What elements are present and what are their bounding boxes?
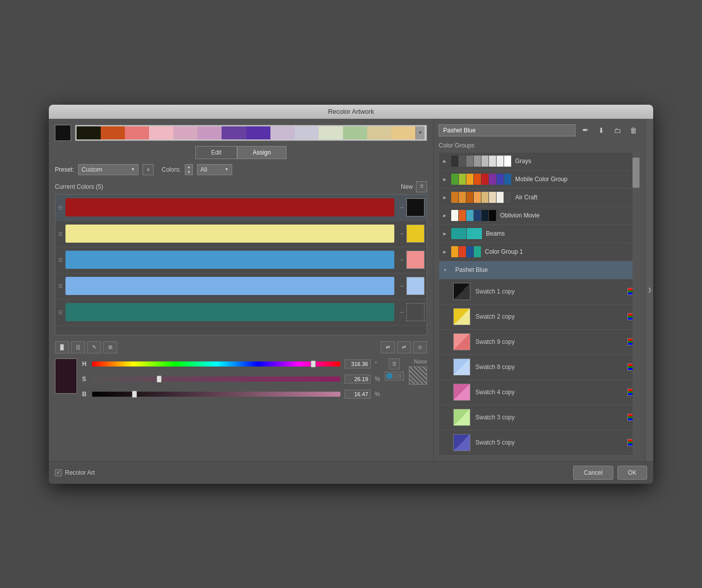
assign-tab[interactable]: Assign bbox=[237, 146, 287, 159]
group-name-aircraft: Air Craft bbox=[515, 194, 636, 201]
colors-dropdown[interactable]: All bbox=[197, 164, 232, 175]
group-item-pashetblue[interactable]: ▼ Pashet Blue bbox=[439, 261, 640, 279]
current-bar-2[interactable] bbox=[65, 225, 394, 243]
preset-dropdown[interactable]: Custom bbox=[78, 164, 138, 175]
ok-button[interactable]: OK bbox=[617, 466, 647, 480]
current-color-swatch[interactable] bbox=[55, 125, 71, 141]
drag-handle-3[interactable] bbox=[57, 258, 63, 262]
color-groups-label: Color Groups bbox=[439, 142, 640, 149]
color-row-5[interactable]: → bbox=[55, 300, 427, 326]
group-item-grays[interactable]: ▶ Grays bbox=[439, 153, 640, 171]
s-slider[interactable] bbox=[92, 377, 340, 382]
color-row-1[interactable]: → bbox=[55, 195, 427, 221]
current-bar-4[interactable] bbox=[65, 277, 394, 295]
new-swatch-4[interactable] bbox=[406, 277, 425, 295]
save-group-button[interactable]: ⬇ bbox=[595, 124, 608, 137]
drag-handle-1[interactable] bbox=[57, 206, 63, 209]
s-thumb[interactable] bbox=[157, 376, 162, 383]
new-swatch-5[interactable] bbox=[406, 303, 425, 321]
swatch-item-6[interactable]: Swatch 3 copy bbox=[439, 405, 640, 430]
table-options-icon[interactable]: ☰ bbox=[416, 181, 427, 192]
swatch-item-1[interactable]: Swatch 1 copy bbox=[439, 279, 640, 305]
group-arrow-colorgroup1: ▶ bbox=[443, 250, 449, 254]
swatch-item-7[interactable]: Swatch 5 copy bbox=[439, 430, 640, 456]
preset-label: Preset: bbox=[55, 166, 74, 173]
h-slider[interactable] bbox=[92, 361, 340, 366]
picker-swatch[interactable] bbox=[55, 358, 77, 394]
group-item-colorgroup1[interactable]: ▶ Color Group 1 bbox=[439, 243, 640, 261]
recolor-checkbox[interactable]: ✓ bbox=[55, 469, 62, 476]
view-bars-btn[interactable]: ▐▌ bbox=[55, 341, 69, 353]
groups-scrollbar[interactable] bbox=[633, 153, 640, 456]
color-row-4[interactable]: → bbox=[55, 273, 427, 300]
drag-handle-2[interactable] bbox=[57, 232, 63, 236]
edit-assign-tabs: Edit Assign bbox=[55, 146, 427, 159]
new-label: New bbox=[401, 183, 413, 190]
stepper-up[interactable]: ▲ bbox=[185, 165, 192, 170]
eyedropper-button[interactable]: ✒ bbox=[579, 124, 592, 137]
group-item-beams[interactable]: ▶ Beams bbox=[439, 225, 640, 243]
group-colors-mobile bbox=[451, 174, 511, 185]
b-slider[interactable] bbox=[92, 392, 340, 397]
b-thumb[interactable] bbox=[132, 391, 137, 398]
strip-color-13 bbox=[367, 126, 391, 139]
new-swatch-1[interactable] bbox=[406, 198, 425, 216]
b-value-input[interactable]: 16.47 bbox=[344, 390, 371, 399]
collapse-panel-button[interactable]: ❯ bbox=[645, 119, 653, 461]
link-btn[interactable]: ⇄ bbox=[381, 341, 395, 353]
view-stripes-btn[interactable]: ||| bbox=[71, 341, 85, 353]
h-thumb[interactable] bbox=[311, 360, 316, 368]
tool-group-right: ⇄ ⇌ ⊙ bbox=[381, 341, 427, 353]
group-item-aircraft[interactable]: ▶ Air Craft bbox=[439, 189, 640, 207]
colors-stepper-control[interactable]: ▲ ▼ bbox=[185, 164, 193, 175]
right-top-controls: Pashet Blue ✒ ⬇ 🗀 🗑 bbox=[439, 124, 640, 137]
swatch-item-2[interactable]: Swatch 2 copy bbox=[439, 305, 640, 330]
search-btn[interactable]: ⊙ bbox=[413, 341, 427, 353]
color-row-2[interactable]: → bbox=[55, 221, 427, 247]
globe-icon[interactable]: 🌐 bbox=[385, 372, 394, 381]
group-item-oblivion[interactable]: ▶ Oblivion Movie bbox=[439, 207, 640, 225]
color-row-3[interactable]: → bbox=[55, 247, 427, 273]
h-value-input[interactable]: 316.36 bbox=[344, 359, 371, 369]
current-bar-3[interactable] bbox=[65, 251, 394, 269]
color-model-btn[interactable]: ☰ bbox=[389, 358, 400, 370]
scrollbar-thumb[interactable] bbox=[633, 158, 640, 188]
drag-handle-4[interactable] bbox=[57, 284, 63, 288]
preset-row: Preset: Custom ≡ Colors: ▲ ▼ All bbox=[55, 164, 427, 175]
open-folder-button[interactable]: 🗀 bbox=[611, 124, 624, 137]
group-colors-beams bbox=[451, 228, 482, 239]
current-colors-label: Current Colors (5) bbox=[55, 183, 103, 190]
strip-dropdown-button[interactable] bbox=[415, 126, 425, 139]
group-arrow-oblivion: ▶ bbox=[443, 213, 449, 218]
drag-handle-5[interactable] bbox=[57, 311, 63, 314]
square-icon[interactable]: □ bbox=[395, 372, 404, 381]
delete-group-button[interactable]: 🗑 bbox=[627, 124, 640, 137]
swatch-name-7: Swatch 5 copy bbox=[475, 439, 626, 446]
random-btn[interactable]: ⇌ bbox=[397, 341, 411, 353]
s-value-input[interactable]: 26.19 bbox=[344, 375, 371, 384]
strip-color-14 bbox=[391, 126, 415, 139]
recolor-art-label: Recolor Art bbox=[65, 469, 95, 476]
group-item-mobile[interactable]: ▶ Mobile Color Group bbox=[439, 171, 640, 189]
add-btn[interactable]: ⊞ bbox=[103, 341, 117, 353]
edit-tab[interactable]: Edit bbox=[195, 146, 237, 159]
cancel-button[interactable]: Cancel bbox=[573, 466, 613, 480]
color-strip bbox=[77, 126, 415, 139]
edit-btn[interactable]: ✎ bbox=[87, 341, 101, 353]
new-swatch-3[interactable] bbox=[406, 251, 425, 269]
new-swatch-2[interactable] bbox=[406, 225, 425, 243]
current-bar-1[interactable] bbox=[65, 198, 394, 216]
group-name-input[interactable]: Pashet Blue bbox=[439, 124, 576, 136]
list-view-icon[interactable]: ≡ bbox=[143, 164, 154, 175]
strip-color-1 bbox=[77, 126, 101, 139]
left-panel: Edit Assign Preset: Custom ≡ Colors: ▲ ▼ bbox=[49, 119, 434, 461]
dialog-buttons: Cancel OK bbox=[573, 466, 647, 480]
none-swatch[interactable] bbox=[409, 366, 427, 385]
swatch-item-4[interactable]: Swatch 8 copy bbox=[439, 355, 640, 380]
arrow-4: → bbox=[396, 282, 406, 289]
swatch-item-3[interactable]: Swatch 9 copy bbox=[439, 330, 640, 355]
swatch-item-5[interactable]: Swatch 4 copy bbox=[439, 380, 640, 405]
recolor-art-check[interactable]: ✓ Recolor Art bbox=[55, 469, 95, 476]
stepper-down[interactable]: ▼ bbox=[185, 170, 192, 175]
current-bar-5[interactable] bbox=[65, 303, 394, 321]
